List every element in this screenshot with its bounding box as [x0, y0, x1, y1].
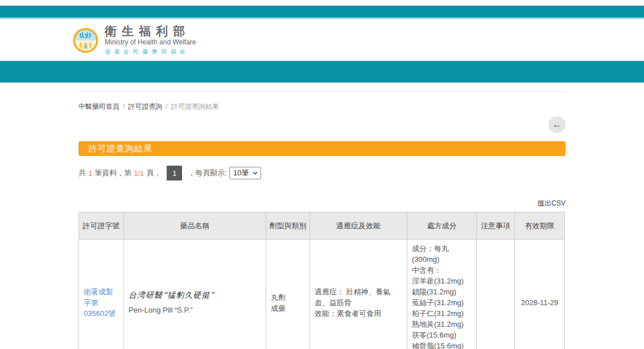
pagination-total-prefix: 共 — [79, 168, 86, 178]
page-title-bar: 許可證查詢結果 — [79, 141, 565, 156]
top-teal-bar — [0, 6, 644, 18]
table-row: 衛署成製字第035602號 台湾研醫“猛豹久硬挺” Pen-Long Pill … — [79, 240, 565, 349]
cell-indications: 適應症： 壯精神、養氣血、益筋骨 效能：素食者可食用 — [310, 240, 407, 349]
cell-expiry-date: 2028-11-29 — [515, 240, 565, 349]
breadcrumb-current-page: 許可證查詢結果 — [171, 102, 219, 110]
breadcrumb: 中醫藥司首頁/許可證查詢/許可證查詢結果 — [79, 102, 565, 112]
license-number-link[interactable]: 衛署成製字第035602號 — [84, 286, 119, 319]
col-header-drug-name: 藥品名稱 — [124, 212, 266, 240]
drug-name-chinese: 台湾研醫“猛豹久硬挺” — [129, 290, 261, 301]
pagination-page-suffix: 頁， — [146, 168, 161, 178]
breadcrumb-separator: / — [123, 102, 125, 110]
cell-dosage-form: 丸劑 成藥 — [266, 240, 310, 349]
col-header-dosage-form: 劑型與類別 — [266, 212, 310, 240]
export-row: 匯出CSV — [79, 198, 565, 208]
back-button[interactable]: ← — [548, 116, 565, 133]
per-page-selected-value: 10筆 — [233, 168, 249, 178]
pagination-page-1-button[interactable]: 1 — [167, 166, 182, 180]
moh-emblem-icon — [73, 27, 98, 54]
breadcrumb-separator: / — [166, 102, 167, 110]
pagination-total-suffix: 筆資料，第 — [94, 168, 131, 178]
breadcrumb-license-query-link[interactable]: 許可證查詢 — [128, 102, 162, 110]
col-header-precautions: 注意事項 — [477, 212, 515, 240]
logo-subtitle: Ministry of Health and Welfare — [105, 38, 196, 47]
back-arrow-icon: ← — [552, 120, 562, 129]
pagination-total-count: 1 — [88, 169, 92, 178]
cell-drug-name: 台湾研醫“猛豹久硬挺” Pen-Long Pill “S.P.” — [124, 240, 266, 349]
cell-ingredients: 成分：每丸(300mg) 中含有： 淫羊藿(31.2mg) 鎖陽(31.2mg)… — [407, 240, 477, 349]
logo-text-block: 衛生福利部 Ministry of Health and Welfare 促進全… — [105, 25, 196, 55]
per-page-select[interactable]: 10筆 — [229, 167, 261, 179]
pagination-bar: 共 1 筆資料，第 1/1 頁， 1 ，每頁顯示: 10筆 — [79, 166, 565, 180]
col-header-ingredients: 處方成分 — [407, 212, 477, 240]
moh-logo-link[interactable]: 衛生福利部 Ministry of Health and Welfare 促進全… — [73, 25, 196, 55]
col-header-indications: 適應症及效能 — [310, 212, 407, 240]
logo-title: 衛生福利部 — [105, 25, 196, 38]
drug-name-english: Pen-Long Pill “S.P.” — [129, 305, 261, 315]
chevron-down-icon — [253, 171, 258, 175]
logo-slogan: 促進全民健康與福祉 — [105, 48, 196, 55]
cell-precautions — [477, 240, 515, 349]
col-header-expiry: 有效期限 — [515, 212, 565, 240]
page-title: 許可證查詢結果 — [89, 143, 152, 154]
header-divider — [79, 91, 565, 92]
table-header-row: 許可證字號 藥品名稱 劑型與類別 適應症及效能 處方成分 注意事項 有效期限 — [79, 212, 565, 240]
site-header: 衛生福利部 Ministry of Health and Welfare 促進全… — [0, 19, 644, 61]
export-csv-link[interactable]: 匯出CSV — [538, 199, 565, 207]
license-result-table: 許可證字號 藥品名稱 劑型與類別 適應症及效能 處方成分 注意事項 有效期限 衛… — [79, 212, 565, 349]
per-page-label: ，每頁顯示: — [188, 168, 227, 178]
col-header-license-no: 許可證字號 — [79, 212, 124, 240]
pagination-page-fraction: 1/1 — [134, 169, 144, 178]
cell-license-no: 衛署成製字第035602號 — [79, 240, 124, 349]
top-whitespace — [0, 0, 644, 6]
main-nav-bar — [0, 61, 644, 83]
back-button-row: ← — [79, 116, 565, 133]
breadcrumb-home-link[interactable]: 中醫藥司首頁 — [79, 102, 119, 110]
content-container: 中醫藥司首頁/許可證查詢/許可證查詢結果 ← 許可證查詢結果 共 1 筆資料，第… — [79, 91, 565, 349]
